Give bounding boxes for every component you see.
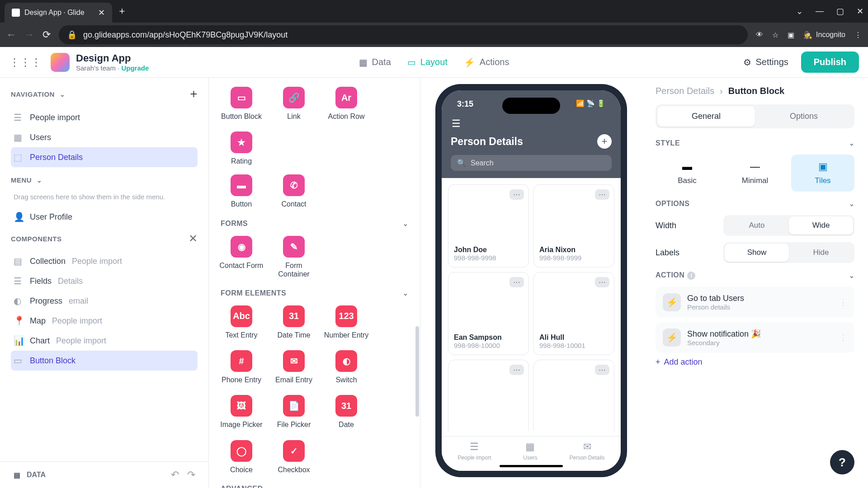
style-section-header[interactable]: STYLE⌄ (656, 139, 854, 147)
picker-item-el-1[interactable]: 31Date Time (269, 304, 318, 341)
drag-handle-icon[interactable]: ⋮ (839, 333, 847, 343)
back-button[interactable]: ← (6, 29, 16, 41)
drag-handle-icon[interactable]: ⋮ (839, 297, 847, 307)
tab-actions[interactable]: ⚡Actions (464, 57, 509, 68)
settings-button[interactable]: ⚙Settings (743, 57, 788, 68)
eye-icon[interactable]: 👁 (756, 31, 763, 39)
advanced-section-header[interactable]: ADVANCED⌄ (209, 476, 420, 488)
comp-item-button-block[interactable]: ▭Button Block (11, 351, 198, 371)
incognito-badge[interactable]: 🕵 Incognito (803, 31, 845, 39)
comp-item-chart[interactable]: 📊Chart People import (11, 331, 198, 351)
picker-item-el-5[interactable]: ◐Switch (322, 348, 371, 386)
person-card[interactable]: ⋯John Doe998-998-9998 (448, 184, 529, 267)
picker-item-el-10[interactable]: ✓Checkbox (269, 438, 318, 476)
action-section-header[interactable]: ACTIONi⌄ (656, 271, 854, 280)
card-menu-icon[interactable]: ⋯ (595, 277, 609, 287)
action-card[interactable]: ⚡ Show notification 🎉Secondary ⋮ (656, 322, 854, 353)
search-input[interactable]: 🔍Search (451, 155, 612, 171)
person-card[interactable]: ⋯Aria Nixon998-998-9999 (533, 184, 614, 267)
breadcrumb-parent[interactable]: Person Details (656, 86, 714, 96)
picker-item-r1-3[interactable]: ★Rating (217, 130, 266, 167)
picker-item-el-7[interactable]: 📄File Picker (269, 393, 318, 431)
menu-item-user-profile[interactable]: 👤User Profile (11, 207, 198, 227)
person-card[interactable]: ⋯Ali Hull998-998-10001 (533, 272, 614, 355)
close-components-icon[interactable]: ✕ (189, 232, 198, 245)
picker-item-r2-0[interactable]: ▬Button (217, 173, 266, 210)
picker-item-forms-0[interactable]: ◉Contact Form (217, 234, 266, 280)
nav-item-users[interactable]: ▦Users (11, 127, 198, 147)
phone-tab-users[interactable]: ▦Users (523, 441, 537, 461)
comp-item-progress[interactable]: ◐Progress email (11, 291, 198, 311)
upgrade-link[interactable]: Upgrade (121, 64, 149, 72)
picker-item-r1-0[interactable]: ▭Button Block (217, 85, 266, 122)
menu-header[interactable]: MENU ⌄ (11, 176, 198, 184)
undo-button[interactable]: ↶ (171, 469, 179, 481)
grid-menu-icon[interactable]: ⋮⋮⋮ (9, 56, 42, 69)
card-menu-icon[interactable]: ⋯ (509, 189, 524, 200)
help-button[interactable]: ? (830, 450, 854, 474)
panel-icon[interactable]: ▣ (788, 31, 794, 39)
labels-show[interactable]: Show (725, 244, 789, 262)
menu-icon[interactable]: ⋮ (854, 31, 862, 39)
phone-tab-person-details[interactable]: ✉Person Details (570, 441, 605, 461)
picker-item-el-9[interactable]: ◯Choice (217, 438, 266, 476)
picker-item-el-0[interactable]: AbcText Entry (217, 304, 266, 341)
add-action-button[interactable]: +Add action (656, 357, 854, 367)
redo-button[interactable]: ↷ (187, 469, 195, 481)
person-card[interactable]: ⋯ (448, 360, 529, 431)
style-minimal[interactable]: —Minimal (723, 155, 787, 192)
tab-data[interactable]: ▦Data (359, 57, 391, 68)
minimize-icon[interactable]: — (816, 6, 824, 16)
labels-hide[interactable]: Hide (789, 244, 853, 262)
picker-item-r1-2[interactable]: ArAction Row (322, 85, 371, 122)
options-section-header[interactable]: OPTIONS⌄ (656, 200, 854, 208)
new-tab-button[interactable]: + (119, 5, 125, 17)
navigation-header[interactable]: NAVIGATION ⌄ + (11, 87, 198, 101)
browser-tab[interactable]: Design App · Glide ✕ (5, 3, 112, 23)
forms-section-header[interactable]: FORMS⌄ (209, 211, 420, 234)
comp-item-collection[interactable]: ▤Collection People import (11, 251, 198, 271)
comp-item-fields[interactable]: ☰Fields Details (11, 271, 198, 291)
style-basic[interactable]: ▬Basic (656, 155, 719, 192)
add-nav-button[interactable]: + (190, 87, 198, 101)
card-menu-icon[interactable]: ⋯ (595, 365, 609, 375)
picker-item-el-3[interactable]: #Phone Entry (217, 348, 266, 386)
picker-item-el-6[interactable]: 🖼Image Picker (217, 393, 266, 431)
info-icon[interactable]: i (687, 272, 695, 280)
phone-tab-people[interactable]: ☰People import (458, 441, 491, 461)
tab-options[interactable]: Options (755, 106, 853, 127)
form-elements-section-header[interactable]: FORM ELEMENTS⌄ (209, 280, 420, 304)
card-menu-icon[interactable]: ⋯ (509, 277, 524, 287)
publish-button[interactable]: Publish (801, 52, 859, 73)
scrollbar[interactable] (415, 326, 419, 417)
picker-item-el-2[interactable]: 123Number Entry (322, 304, 371, 341)
picker-item-el-8[interactable]: 31Date (322, 393, 371, 431)
forward-button[interactable]: → (24, 29, 34, 41)
comp-item-map[interactable]: 📍Map People import (11, 311, 198, 331)
width-wide[interactable]: Wide (789, 216, 853, 235)
picker-item-forms-1[interactable]: ✎Form Container (269, 234, 318, 280)
picker-item-r2-1[interactable]: ✆Contact (269, 173, 318, 210)
action-card[interactable]: ⚡ Go to tab UsersPerson details ⋮ (656, 287, 854, 318)
url-input[interactable]: 🔒 go.glideapps.com/app/sHoQEhK79BCg8pugJ… (59, 25, 748, 44)
hamburger-icon[interactable]: ☰ (452, 118, 461, 129)
nav-item-people-import[interactable]: ☰People import (11, 108, 198, 127)
add-button[interactable]: + (597, 134, 612, 149)
card-menu-icon[interactable]: ⋯ (509, 365, 524, 375)
tab-layout[interactable]: ▭Layout (407, 57, 448, 68)
picker-item-r1-1[interactable]: 🔗Link (269, 85, 318, 122)
data-tab[interactable]: ▦DATA (14, 471, 46, 479)
tab-general[interactable]: General (657, 106, 755, 127)
close-window-icon[interactable]: ✕ (857, 6, 863, 16)
width-auto[interactable]: Auto (725, 216, 789, 235)
maximize-icon[interactable]: ▢ (836, 6, 844, 16)
picker-item-el-4[interactable]: ✉Email Entry (269, 348, 318, 386)
bookmark-icon[interactable]: ☆ (772, 31, 778, 39)
tab-close-icon[interactable]: ✕ (98, 8, 105, 18)
tabs-dropdown-icon[interactable]: ⌄ (796, 6, 803, 16)
person-card[interactable]: ⋯Ean Sampson998-998-10000 (448, 272, 529, 355)
refresh-button[interactable]: ⟳ (42, 29, 51, 41)
nav-item-person-details[interactable]: ⬚Person Details (11, 147, 198, 167)
person-card[interactable]: ⋯ (533, 360, 614, 431)
style-tiles[interactable]: ▣Tiles (791, 155, 854, 192)
